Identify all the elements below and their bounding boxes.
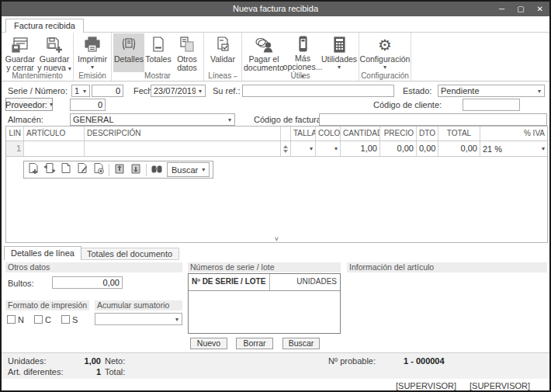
group-label-lineas: Líneas⌐ <box>204 71 241 81</box>
serie-lote-table[interactable]: Nº DE SERIE / LOTE UNIDADES <box>188 273 341 334</box>
guardar-y-nueva-button[interactable]: Guardar y nueva ▾ <box>37 33 71 72</box>
bultos-input[interactable] <box>52 276 123 289</box>
import-lines-icon[interactable] <box>113 162 126 177</box>
numero-input[interactable] <box>92 85 123 97</box>
group-label-mostrar: Mostrar <box>112 71 203 81</box>
estado-label: Estado: <box>403 86 431 95</box>
checkbox-c-label: C <box>45 315 51 324</box>
precio-cell[interactable]: 0,00 <box>380 141 417 156</box>
maximize-icon[interactable]: ▢ <box>517 2 524 16</box>
col-dto1[interactable]: DTO 1 <box>417 127 438 140</box>
user-badge-left: [SUPERVISOR] <box>396 381 456 390</box>
serie-combo[interactable]: 1▾ <box>71 85 90 97</box>
estado-combo[interactable]: Pendiente▾ <box>438 85 545 97</box>
checkbox-n[interactable] <box>7 315 16 324</box>
button-label: Configuración <box>360 55 411 64</box>
col-lin[interactable]: LIN <box>6 127 24 140</box>
codigo-cliente-input[interactable] <box>463 99 520 111</box>
totals-page-icon <box>148 34 168 55</box>
col-articulo[interactable]: ARTÍCULO <box>24 127 85 140</box>
otros-datos-button[interactable]: Otros datos <box>172 33 202 72</box>
neto-label: Neto: <box>105 356 125 366</box>
button-label: Guardar y nueva ▾ <box>37 55 71 72</box>
col-total[interactable]: TOTAL <box>438 127 480 140</box>
group-label-utiles: Útiles <box>242 71 359 81</box>
codigo-factura-input[interactable] <box>319 113 547 126</box>
ribbon-group-emision: Imprimir ▾ Emisión <box>74 33 112 81</box>
col-precio[interactable]: PRECIO <box>380 127 417 140</box>
button-label: Otros datos <box>172 55 202 72</box>
utilidades-button[interactable]: Utilidades ▾ <box>321 33 357 72</box>
buscar-dropdown-button[interactable]: Buscar▾ <box>167 162 210 177</box>
totales-button[interactable]: Totales <box>144 33 172 72</box>
grid-row-1: 1 ▾ ▾ 1,00 0,00 0,00 0,00 21 %▾ <box>6 141 547 157</box>
insert-line-icon[interactable] <box>43 162 56 177</box>
spin-up-icon <box>283 145 288 148</box>
validar-button[interactable]: Validar <box>206 33 240 72</box>
group-label-emision: Emisión <box>74 71 111 81</box>
detalles-button[interactable]: Detalles <box>113 33 144 72</box>
tab-detalles-de-linea[interactable]: Detalles de línea <box>4 246 81 260</box>
col-iva[interactable]: % IVA <box>480 127 547 140</box>
codigo-factura-label: Código de factura: <box>254 115 324 124</box>
tab-factura-recibida[interactable]: Factura recibida <box>5 19 84 33</box>
edit-line-icon[interactable] <box>76 162 88 177</box>
caret-down-icon: ▾ <box>535 88 544 95</box>
configuracion-button[interactable]: ⚙ Configuración ▾ <box>361 33 409 72</box>
col-cantidad[interactable]: CANTIDAD <box>341 127 380 140</box>
binoculars-search-icon[interactable] <box>151 162 163 177</box>
copy-line-icon[interactable] <box>60 162 72 177</box>
gear-icon: ⚙ <box>378 34 392 55</box>
toolbar-separator <box>109 164 109 176</box>
col-num-serie-lote[interactable]: Nº DE SERIE / LOTE <box>189 274 270 290</box>
su-ref-input[interactable] <box>242 85 394 97</box>
col-talla[interactable]: TALLA <box>291 127 316 140</box>
new-line-icon[interactable] <box>27 162 40 177</box>
pagar-documento-button[interactable]: Pagar el documento <box>244 33 284 72</box>
cantidad-cell[interactable]: 1,00 <box>341 141 380 156</box>
tab-totales-del-documento[interactable]: Totales del documento <box>80 248 179 260</box>
col-unidades[interactable]: UNIDADES <box>270 274 340 290</box>
collapse-lines-chevron-icon[interactable]: ˅ <box>275 236 279 242</box>
num-probable-label: Nº probable: <box>308 356 376 366</box>
talla-combo[interactable]: ▾ <box>291 141 316 156</box>
total-cell[interactable]: 0,00 <box>438 141 480 156</box>
close-icon[interactable]: ✕ <box>537 2 543 16</box>
fecha-combo[interactable]: 23/07/2019▾ <box>151 85 206 97</box>
dto1-cell[interactable]: 0,00 <box>417 141 438 156</box>
mas-opciones-button[interactable]: Más opciones... ▾ <box>284 33 321 72</box>
caret-down-icon: ▾ <box>383 64 386 71</box>
nuevo-button[interactable]: Nuevo <box>190 338 227 349</box>
other-data-pages-icon <box>177 34 197 55</box>
delete-line-icon[interactable] <box>92 162 105 177</box>
proveedor-button[interactable]: Proveedor:▾ <box>5 98 53 111</box>
imprimir-button[interactable]: Imprimir ▾ <box>75 33 109 72</box>
toolbar-separator <box>146 164 147 176</box>
button-label: Detalles <box>114 55 144 64</box>
button-label: Utilidades <box>321 55 357 64</box>
articulo-cell[interactable] <box>24 141 85 156</box>
row-number[interactable]: 1 <box>6 141 24 156</box>
dialog-launcher-icon[interactable]: ⌐ <box>234 73 237 80</box>
export-lines-icon[interactable] <box>130 162 142 177</box>
caret-down-icon: ▾ <box>196 88 205 95</box>
serie-numero-label: Serie / Número: <box>8 86 68 95</box>
row-spinner[interactable] <box>281 141 291 156</box>
col-color[interactable]: COLOR <box>316 127 341 140</box>
acumular-sumatorio-combo[interactable]: ▾ <box>95 313 182 325</box>
caret-down-icon: ▾ <box>310 145 313 152</box>
descripcion-cell[interactable] <box>85 141 281 156</box>
color-combo[interactable]: ▾ <box>316 141 341 156</box>
col-descripcion[interactable]: DESCRIPCIÓN <box>85 127 281 140</box>
iva-combo[interactable]: 21 %▾ <box>480 141 547 156</box>
borrar-button[interactable]: Borrar <box>236 338 273 349</box>
guardar-y-cerrar-button[interactable]: Guardar y cerrar <box>3 33 37 72</box>
almacen-combo[interactable]: GENERAL▾ <box>70 113 235 126</box>
checkbox-c[interactable] <box>34 315 43 324</box>
button-label: Guardar y cerrar <box>3 55 37 72</box>
checkbox-s[interactable] <box>61 315 70 324</box>
proveedor-codigo-input[interactable] <box>70 99 106 111</box>
minimize-icon[interactable]: ─ <box>499 2 504 16</box>
checkbox-n-label: N <box>18 315 24 324</box>
buscar-button[interactable]: Buscar <box>282 338 320 349</box>
